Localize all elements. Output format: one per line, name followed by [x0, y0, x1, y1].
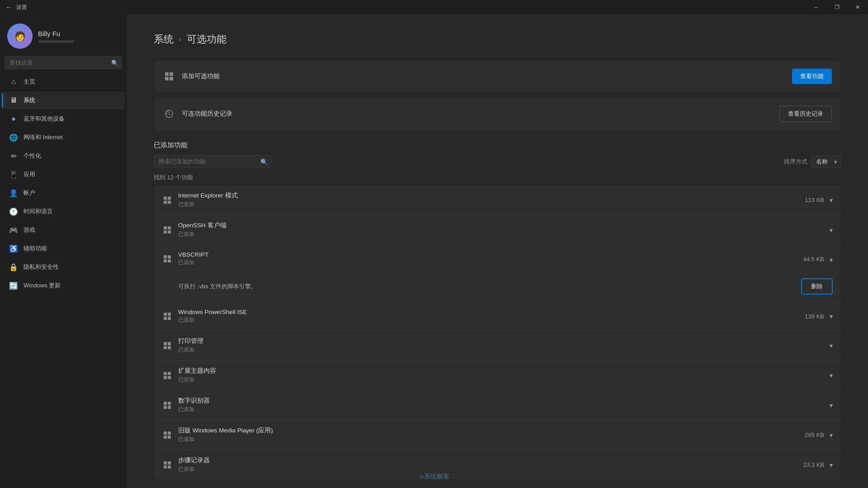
- delete-button[interactable]: 删除: [801, 278, 833, 295]
- apps-icon: 📱: [9, 170, 18, 179]
- time-icon: 🕐: [9, 207, 18, 216]
- svg-rect-9: [164, 226, 167, 230]
- minimize-button[interactable]: ─: [806, 0, 826, 14]
- feature-item-ie-left: Internet Explorer 模式 已添加: [162, 192, 238, 208]
- feature-item-steps-header[interactable]: 步骤记录器 已添加 23.3 KB ▾: [154, 450, 841, 479]
- list-item: 步骤记录器 已添加 23.3 KB ▾: [154, 450, 841, 479]
- svg-rect-35: [164, 436, 167, 439]
- feature-steps-name: 步骤记录器: [178, 456, 210, 465]
- svg-rect-3: [170, 77, 173, 80]
- windows-update-icon: 🔄: [9, 281, 18, 290]
- feature-item-ie-info: Internet Explorer 模式 已添加: [178, 192, 238, 208]
- feature-item-wmp-header[interactable]: 旧版 Windows Media Player (应用) 已添加 265 KB …: [154, 420, 841, 450]
- svg-rect-27: [164, 376, 167, 379]
- restore-button[interactable]: ❐: [826, 0, 847, 14]
- page-title-main: 系统: [154, 33, 174, 46]
- search-input[interactable]: [5, 56, 122, 69]
- sidebar-item-windows-update[interactable]: 🔄 Windows 更新: [2, 277, 125, 295]
- system-icon: 🖥: [9, 96, 18, 105]
- feature-steps-size: 23.3 KB: [803, 461, 824, 468]
- sort-control: 排序方式 名称: [784, 155, 841, 168]
- feature-item-digit-header[interactable]: 数字识别器 已添加 ▾: [154, 390, 841, 420]
- section-added-title: 已添加功能: [154, 141, 841, 150]
- sidebar-item-apps-label: 应用: [24, 170, 35, 178]
- sidebar-item-games[interactable]: 🎮 游戏: [2, 221, 125, 239]
- feature-ssh-icon: [162, 225, 173, 235]
- expand-ps-icon[interactable]: ▾: [830, 313, 833, 320]
- expand-wmp-icon[interactable]: ▾: [830, 432, 833, 439]
- sidebar-item-bluetooth[interactable]: ● 蓝牙和其他设备: [2, 110, 125, 128]
- feature-ps-status: 已添加: [178, 316, 247, 324]
- list-item: VBSCRIPT 已添加 44.5 KB ▴ 可执行 .vbs 文件的脚本引擎。…: [154, 245, 841, 302]
- found-count: 找到 12 个功能: [154, 174, 841, 182]
- feature-ps-name: Windows PowerShell ISE: [178, 309, 247, 315]
- expand-theme-icon[interactable]: ▾: [830, 372, 833, 379]
- sidebar-item-privacy[interactable]: 🔒 隐私和安全性: [2, 258, 125, 276]
- content-area: 系统 › 可选功能 添加可选功能 查看功能: [127, 14, 868, 488]
- svg-rect-14: [168, 255, 171, 258]
- add-feature-card: 添加可选功能 查看功能: [154, 61, 841, 92]
- network-icon: 🌐: [9, 133, 18, 142]
- list-item: Windows PowerShell ISE 已添加 139 KB ▾: [154, 302, 841, 331]
- svg-rect-12: [168, 230, 171, 234]
- feature-ie-name: Internet Explorer 模式: [178, 192, 238, 200]
- close-button[interactable]: ✕: [847, 0, 868, 14]
- svg-rect-6: [168, 197, 171, 200]
- feature-item-theme-header[interactable]: 扩展主题内容 已添加 ▾: [154, 361, 841, 390]
- sidebar-item-home[interactable]: ⌂ 主页: [2, 73, 125, 91]
- feature-ps-icon: [162, 311, 173, 322]
- feature-item-ssh-header[interactable]: OpenSSH 客户端 已添加 ▾: [154, 215, 841, 244]
- feature-item-ssh-right: ▾: [830, 226, 833, 234]
- bluetooth-icon: ●: [9, 114, 18, 123]
- list-item: 旧版 Windows Media Player (应用) 已添加 265 KB …: [154, 420, 841, 450]
- feature-item-wmp-info: 旧版 Windows Media Player (应用) 已添加: [178, 427, 273, 443]
- feature-item-vbs-header[interactable]: VBSCRIPT 已添加 44.5 KB ▴: [154, 245, 841, 273]
- sidebar-item-windows-update-label: Windows 更新: [24, 282, 61, 290]
- sort-select[interactable]: 名称: [811, 155, 841, 168]
- sidebar-item-personalize-label: 个性化: [24, 152, 41, 160]
- list-item: OpenSSH 客户端 已添加 ▾: [154, 215, 841, 245]
- sidebar-item-network[interactable]: 🌐 网络和 Internet: [2, 128, 125, 146]
- history-title: 可连功能历史记录: [182, 110, 232, 118]
- add-feature-button[interactable]: 查看功能: [792, 69, 832, 84]
- svg-rect-34: [168, 432, 171, 435]
- expand-digit-icon[interactable]: ▾: [830, 402, 833, 409]
- svg-rect-0: [165, 72, 169, 76]
- add-feature-left: 添加可选功能: [163, 70, 220, 83]
- feature-item-ssh-left: OpenSSH 客户端 已添加: [162, 221, 226, 238]
- list-item: 数字识别器 已添加 ▾: [154, 390, 841, 420]
- svg-rect-33: [164, 432, 167, 435]
- expand-print-icon[interactable]: ▾: [830, 342, 833, 349]
- sidebar-item-personalize[interactable]: ✏ 个性化: [2, 147, 125, 165]
- sidebar-item-time[interactable]: 🕐 时间和语言: [2, 202, 125, 221]
- feature-item-print-header[interactable]: 打印管理 已添加 ▾: [154, 331, 841, 360]
- feature-item-ps-header[interactable]: Windows PowerShell ISE 已添加 139 KB ▾: [154, 302, 841, 330]
- feature-digit-icon: [162, 400, 173, 411]
- sidebar-item-accessibility[interactable]: ♿ 辅助功能: [2, 239, 125, 258]
- expand-ie-icon[interactable]: ▾: [830, 197, 833, 204]
- features-search-input[interactable]: [154, 155, 271, 168]
- main-layout: 🧑 Billy Fu 🔍 ⌂ 主页 🖥 系统 ● 蓝牙和其他设: [0, 0, 868, 488]
- back-button[interactable]: ←: [5, 3, 13, 11]
- sidebar-item-accounts[interactable]: 👤 帐户: [2, 184, 125, 202]
- sidebar-item-accessibility-label: 辅助功能: [24, 244, 47, 253]
- window-controls: ─ ❐ ✕: [806, 0, 868, 14]
- expand-vbs-icon[interactable]: ▴: [830, 255, 833, 263]
- search-icon[interactable]: 🔍: [111, 59, 118, 66]
- history-button[interactable]: 查看历史记录: [779, 106, 832, 122]
- accounts-icon: 👤: [9, 188, 18, 197]
- feature-item-theme-info: 扩展主题内容 已添加: [178, 367, 216, 384]
- sidebar-item-apps[interactable]: 📱 应用: [2, 165, 125, 183]
- svg-rect-40: [168, 465, 171, 469]
- feature-item-ie-header[interactable]: Internet Explorer 模式 已添加 113 KB ▾: [154, 185, 841, 215]
- expand-steps-icon[interactable]: ▾: [830, 461, 833, 469]
- expand-ssh-icon[interactable]: ▾: [830, 226, 833, 234]
- page-header: 系统 › 可选功能: [154, 33, 841, 46]
- svg-rect-31: [164, 406, 167, 409]
- feature-item-theme-right: ▾: [830, 372, 833, 379]
- list-item: Internet Explorer 模式 已添加 113 KB ▾: [154, 185, 841, 215]
- feature-item-print-info: 打印管理 已添加: [178, 337, 203, 354]
- sidebar-item-system[interactable]: 🖥 系统: [2, 91, 125, 109]
- user-section: 🧑 Billy Fu: [0, 18, 127, 56]
- svg-rect-38: [168, 461, 171, 465]
